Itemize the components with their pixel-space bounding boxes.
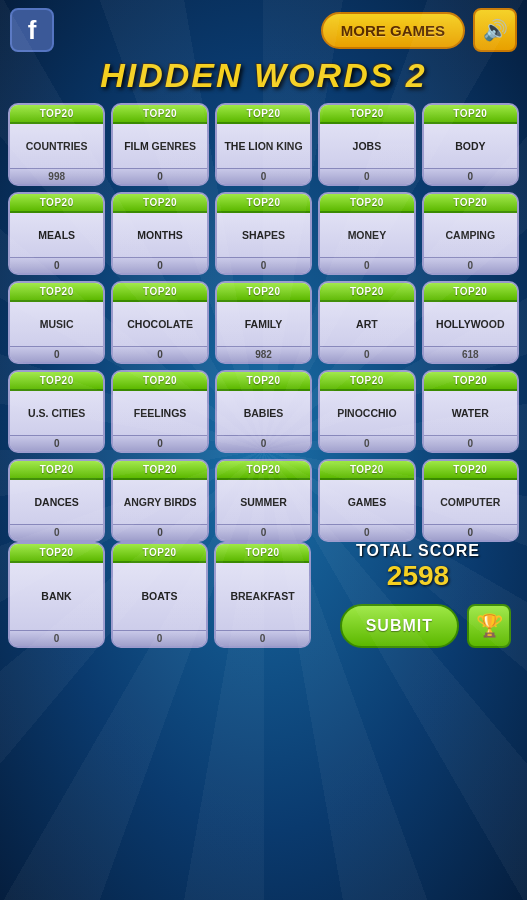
category-card[interactable]: TOP20FAMILY982 (215, 281, 312, 364)
category-card[interactable]: TOP20BODY0 (422, 103, 519, 186)
card-score: 0 (424, 435, 517, 451)
card-label: ANGRY BIRDS (121, 480, 200, 524)
card-label: BREAKFAST (227, 563, 297, 630)
category-card[interactable]: TOP20HOLLYWOOD618 (422, 281, 519, 364)
card-score: 0 (113, 435, 206, 451)
score-section: TOTAL SCORE 2598 SUBMIT 🏆 (317, 542, 519, 648)
top20-badge: TOP20 (320, 372, 413, 391)
top20-badge: TOP20 (320, 283, 413, 302)
category-card[interactable]: TOP20GAMES0 (318, 459, 415, 542)
card-label: MUSIC (37, 302, 77, 346)
top20-badge: TOP20 (424, 461, 517, 480)
category-card[interactable]: TOP20COMPUTER0 (422, 459, 519, 542)
submit-button[interactable]: SUBMIT (340, 604, 459, 648)
card-score: 0 (320, 435, 413, 451)
category-card[interactable]: TOP20THE LION KING0 (215, 103, 312, 186)
category-card[interactable]: TOP20WATER0 (422, 370, 519, 453)
top20-badge: TOP20 (10, 544, 103, 563)
category-card[interactable]: TOP20SHAPES0 (215, 192, 312, 275)
trophy-button[interactable]: 🏆 (467, 604, 511, 648)
top20-badge: TOP20 (424, 194, 517, 213)
last-row-cards: TOP20BANK0TOP20BOATS0TOP20BREAKFAST0 (8, 542, 311, 648)
card-score: 0 (113, 168, 206, 184)
top20-badge: TOP20 (10, 194, 103, 213)
top20-badge: TOP20 (113, 283, 206, 302)
main-grid: TOP20COUNTRIES998TOP20FILM GENRES0TOP20T… (0, 103, 527, 542)
category-card[interactable]: TOP20MONEY0 (318, 192, 415, 275)
card-label: COMPUTER (437, 480, 503, 524)
top20-badge: TOP20 (10, 372, 103, 391)
top20-badge: TOP20 (10, 283, 103, 302)
category-card[interactable]: TOP20MONTHS0 (111, 192, 208, 275)
card-score: 982 (217, 346, 310, 362)
category-card[interactable]: TOP20CHOCOLATE0 (111, 281, 208, 364)
card-label: CHOCOLATE (124, 302, 196, 346)
facebook-button[interactable]: f (10, 8, 54, 52)
category-card[interactable]: TOP20DANCES0 (8, 459, 105, 542)
card-label: JOBS (350, 124, 385, 168)
card-score: 0 (320, 168, 413, 184)
card-label: U.S. CITIES (25, 391, 88, 435)
card-label: MONTHS (134, 213, 186, 257)
top20-badge: TOP20 (113, 544, 206, 563)
category-card[interactable]: TOP20FEELINGS0 (111, 370, 208, 453)
total-score-box: TOTAL SCORE 2598 (317, 542, 519, 592)
more-games-button[interactable]: MORE GAMES (321, 12, 465, 49)
top20-badge: TOP20 (217, 194, 310, 213)
category-card[interactable]: TOP20FILM GENRES0 (111, 103, 208, 186)
category-card[interactable]: TOP20SUMMER0 (215, 459, 312, 542)
category-card[interactable]: TOP20BABIES0 (215, 370, 312, 453)
category-card[interactable]: TOP20BOATS0 (111, 542, 208, 648)
top20-badge: TOP20 (216, 544, 309, 563)
card-label: GAMES (345, 480, 390, 524)
category-card[interactable]: TOP20MEALS0 (8, 192, 105, 275)
category-card[interactable]: TOP20U.S. CITIES0 (8, 370, 105, 453)
card-score: 0 (113, 346, 206, 362)
top20-badge: TOP20 (10, 105, 103, 124)
card-score: 0 (10, 524, 103, 540)
card-label: SUMMER (237, 480, 290, 524)
category-card[interactable]: TOP20ART0 (318, 281, 415, 364)
card-score: 0 (216, 630, 309, 646)
title-number: 2 (406, 56, 427, 94)
top20-badge: TOP20 (424, 283, 517, 302)
top-bar: f MORE GAMES 🔊 (0, 0, 527, 56)
top20-badge: TOP20 (10, 461, 103, 480)
title-text: HIDDEN WORDS (100, 56, 394, 94)
category-card[interactable]: TOP20PINOCCHIO0 (318, 370, 415, 453)
card-score: 0 (217, 168, 310, 184)
top20-badge: TOP20 (424, 372, 517, 391)
card-score: 0 (217, 435, 310, 451)
game-title: HIDDEN WORDS 2 (0, 56, 527, 95)
card-score: 0 (10, 257, 103, 273)
category-card[interactable]: TOP20BANK0 (8, 542, 105, 648)
card-label: FEELINGS (131, 391, 190, 435)
card-label: MONEY (345, 213, 390, 257)
category-card[interactable]: TOP20MUSIC0 (8, 281, 105, 364)
category-card[interactable]: TOP20ANGRY BIRDS0 (111, 459, 208, 542)
card-score: 0 (217, 524, 310, 540)
category-card[interactable]: TOP20CAMPING0 (422, 192, 519, 275)
category-card[interactable]: TOP20BREAKFAST0 (214, 542, 311, 648)
card-label: HOLLYWOOD (433, 302, 507, 346)
card-score: 0 (424, 168, 517, 184)
category-card[interactable]: TOP20COUNTRIES998 (8, 103, 105, 186)
category-card[interactable]: TOP20JOBS0 (318, 103, 415, 186)
submit-row: SUBMIT 🏆 (317, 604, 519, 648)
card-score: 0 (113, 257, 206, 273)
card-label: WATER (449, 391, 492, 435)
top20-badge: TOP20 (320, 105, 413, 124)
top20-badge: TOP20 (320, 194, 413, 213)
card-score: 0 (424, 257, 517, 273)
top20-badge: TOP20 (217, 461, 310, 480)
card-label: BODY (452, 124, 488, 168)
card-label: PINOCCHIO (334, 391, 400, 435)
sound-button[interactable]: 🔊 (473, 8, 517, 52)
total-score-label: TOTAL SCORE (356, 542, 480, 560)
card-label: FILM GENRES (121, 124, 199, 168)
last-section: TOP20BANK0TOP20BOATS0TOP20BREAKFAST0 TOT… (0, 542, 527, 648)
facebook-icon: f (28, 15, 37, 46)
card-score: 0 (10, 435, 103, 451)
card-score: 0 (10, 630, 103, 646)
card-label: BANK (38, 563, 74, 630)
